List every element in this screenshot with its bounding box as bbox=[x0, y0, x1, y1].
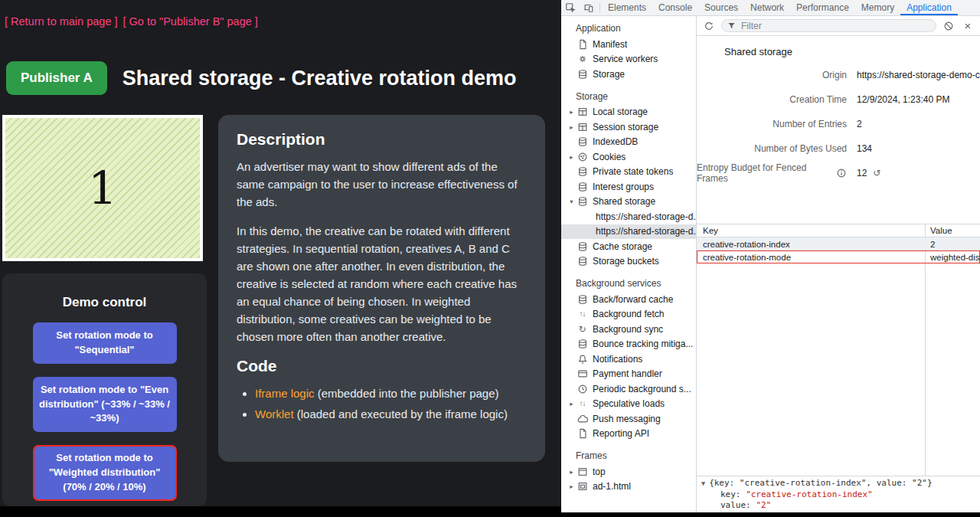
sidebar-item-service-workers[interactable]: Service workers bbox=[561, 52, 696, 67]
database-icon bbox=[577, 136, 588, 148]
sidebar-item-interest-groups[interactable]: Interest groups bbox=[561, 179, 696, 195]
reset-budget-icon[interactable]: ↺ bbox=[873, 169, 880, 178]
expander-icon[interactable] bbox=[567, 123, 576, 131]
inspect-icon[interactable] bbox=[561, 0, 580, 15]
sidebar-item-storage[interactable]: Storage bbox=[561, 67, 696, 82]
section-header-frames: Frames bbox=[561, 441, 696, 464]
sidebar-item-shared-storage-origin-1[interactable]: https://shared-storage-d... bbox=[561, 209, 696, 224]
tab-application[interactable]: Application bbox=[900, 0, 958, 15]
sidebar-item-shared-storage[interactable]: Shared storage bbox=[561, 195, 696, 210]
rotation-button-sequential[interactable]: Set rotation mode to "Sequential" bbox=[33, 322, 177, 364]
rotation-button-even-distribution[interactable]: Set rotation mode to "Even distribution"… bbox=[33, 377, 177, 433]
tab-performance[interactable]: Performance bbox=[790, 0, 855, 15]
application-sidebar: Application Manifest Service workers Sto… bbox=[561, 16, 697, 512]
sidebar-item-back-forward-cache[interactable]: Back/forward cache bbox=[561, 292, 696, 307]
sidebar-item-reporting-api[interactable]: Reporting API bbox=[561, 427, 696, 442]
table-row-rotation-index[interactable]: creative-rotation-index 2 bbox=[697, 237, 980, 250]
device-toolbar-icon[interactable] bbox=[580, 0, 598, 15]
metadata-row-bytes-used: Number of Bytes Used 134 bbox=[697, 136, 980, 161]
preview-prop-key: key: "creative-rotation-index" bbox=[701, 489, 975, 501]
database-icon bbox=[577, 196, 588, 208]
tab-console[interactable]: Console bbox=[652, 0, 698, 15]
publisher-badge: Publisher A bbox=[6, 61, 107, 95]
metadata-label: Creation Time bbox=[697, 94, 847, 105]
expander-icon[interactable] bbox=[567, 108, 576, 116]
demo-control-panel: Demo control Set rotation mode to "Seque… bbox=[2, 273, 207, 506]
publisher-b-link[interactable]: [ Go to "Publisher B" page ] bbox=[123, 15, 258, 28]
database-icon bbox=[577, 181, 588, 192]
sidebar-item-label: Push messaging bbox=[593, 414, 661, 424]
sidebar-item-private-state-tokens[interactable]: Private state tokens bbox=[561, 165, 696, 180]
cell-value: weighted-dist bbox=[925, 253, 980, 262]
metadata-value: 2 bbox=[857, 119, 862, 129]
sidebar-item-cookies[interactable]: Cookies bbox=[561, 149, 696, 165]
column-header-value[interactable]: Value bbox=[925, 226, 980, 235]
sidebar-item-bounce-tracking[interactable]: Bounce tracking mitiga... bbox=[561, 337, 696, 352]
sidebar-item-background-sync[interactable]: ↻Background sync bbox=[561, 322, 696, 337]
expander-icon[interactable] bbox=[567, 198, 576, 205]
sidebar-item-push-messaging[interactable]: Push messaging bbox=[561, 411, 696, 427]
tab-sources[interactable]: Sources bbox=[698, 0, 744, 15]
sidebar-item-notifications[interactable]: Notifications bbox=[561, 352, 696, 367]
sidebar-item-label: Background fetch bbox=[593, 309, 664, 319]
panel-title: Shared storage bbox=[697, 36, 980, 57]
code-item-text: (loaded and executed by the iframe logic… bbox=[294, 407, 508, 420]
sidebar-item-ad1-frame[interactable]: ad-1.html bbox=[561, 479, 696, 495]
sidebar-item-label: https://shared-storage-d... bbox=[596, 211, 696, 222]
refresh-button[interactable] bbox=[702, 19, 716, 33]
sidebar-item-label: Back/forward cache bbox=[593, 294, 673, 305]
filter-input[interactable] bbox=[740, 20, 933, 32]
sidebar-section-background-services: Background services Back/forward cache ↑… bbox=[561, 269, 696, 441]
sidebar-item-storage-buckets[interactable]: Storage buckets bbox=[561, 254, 696, 270]
metadata-label: Number of Bytes Used bbox=[697, 143, 847, 154]
devtools-tabbar: Elements Console Sources Network Perform… bbox=[561, 0, 980, 16]
metadata-label: Entropy Budget for Fenced Frames bbox=[697, 162, 847, 184]
sidebar-item-manifest[interactable]: Manifest bbox=[561, 37, 696, 52]
sidebar-item-speculative-loads[interactable]: ↑↓Speculative loads bbox=[561, 397, 696, 412]
sidebar-item-payment-handler[interactable]: Payment handler bbox=[561, 367, 696, 382]
worklet-link[interactable]: Worklet bbox=[255, 407, 294, 420]
database-icon bbox=[577, 339, 588, 350]
expander-icon[interactable] bbox=[567, 400, 576, 407]
filter-box[interactable] bbox=[721, 19, 936, 32]
description-panel: Description An advertiser may want to sh… bbox=[218, 115, 545, 462]
preview-summary-line[interactable]: {key: "creative-rotation-index", value: … bbox=[701, 478, 975, 489]
table-row-rotation-mode[interactable]: creative-rotation-mode weighted-dist bbox=[697, 250, 980, 263]
metadata-row-origin: Origin https://shared-storage-demo-co bbox=[697, 63, 980, 87]
sidebar-item-label: ad-1.html bbox=[593, 481, 631, 492]
description-paragraph-1: An advertiser may want to show different… bbox=[237, 158, 527, 211]
info-icon[interactable] bbox=[836, 168, 847, 178]
sidebar-item-cache-storage[interactable]: Cache storage bbox=[561, 239, 696, 254]
rotation-button-weighted-distribution[interactable]: Set rotation mode to "Weighted distribut… bbox=[33, 445, 177, 501]
expander-icon[interactable] bbox=[567, 153, 576, 161]
tab-memory[interactable]: Memory bbox=[855, 0, 900, 15]
ad-creative[interactable]: 1 bbox=[2, 115, 203, 261]
return-main-link[interactable]: [ Return to main page ] bbox=[5, 15, 118, 28]
gear-icon bbox=[577, 54, 588, 65]
clock-icon bbox=[577, 383, 588, 394]
expander-icon[interactable] bbox=[567, 468, 576, 476]
sidebar-item-top-frame[interactable]: top bbox=[561, 464, 696, 479]
sidebar-item-label: top bbox=[593, 466, 606, 477]
arrows-icon: ↑↓ bbox=[577, 309, 588, 320]
sidebar-item-session-storage[interactable]: Session storage bbox=[561, 119, 696, 135]
iframe-logic-link[interactable]: Iframe logic bbox=[255, 387, 315, 400]
tab-elements[interactable]: Elements bbox=[602, 0, 652, 15]
sidebar-item-label: Payment handler bbox=[593, 368, 662, 379]
column-header-key[interactable]: Key bbox=[697, 226, 925, 235]
metadata-row-entropy-budget: Entropy Budget for Fenced Frames 12↺ bbox=[697, 161, 980, 185]
shared-storage-panel: × Shared storage Origin https://shared-s… bbox=[697, 16, 980, 512]
frame-icon bbox=[577, 466, 588, 477]
close-icon[interactable]: × bbox=[961, 19, 975, 33]
clear-button[interactable] bbox=[942, 19, 956, 33]
expander-icon[interactable] bbox=[567, 483, 576, 490]
tab-network[interactable]: Network bbox=[744, 0, 790, 15]
sidebar-item-indexeddb[interactable]: IndexedDB bbox=[561, 135, 696, 150]
sidebar-item-background-fetch[interactable]: ↑↓Background fetch bbox=[561, 307, 696, 322]
sidebar-item-shared-storage-origin-2[interactable]: https://shared-storage-d... bbox=[561, 224, 696, 240]
sidebar-item-periodic-background-sync[interactable]: Periodic background s... bbox=[561, 381, 696, 397]
sidebar-item-local-storage[interactable]: Local storage bbox=[561, 105, 696, 120]
disclosure-triangle-icon[interactable] bbox=[701, 478, 709, 488]
code-heading: Code bbox=[237, 357, 527, 375]
database-icon bbox=[577, 166, 588, 178]
